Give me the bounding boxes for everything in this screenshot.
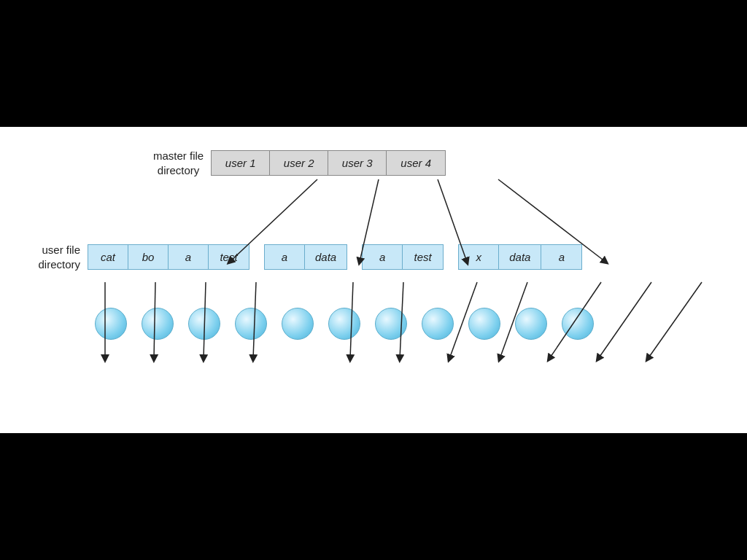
ufd-group-3: a test	[362, 244, 444, 270]
file-ball-9	[468, 308, 500, 340]
ufd-box-data2: data	[499, 245, 541, 269]
mfd-boxes: user 1 user 2 user 3 user 4	[211, 150, 446, 176]
ufd-group-2: a data	[264, 244, 347, 270]
mfd-user4: user 4	[387, 151, 445, 175]
ufd-box-a1: a	[169, 245, 209, 269]
ufd-box-a3: a	[363, 245, 403, 269]
file-ball-4	[235, 308, 267, 340]
ufd-box-a2: a	[265, 245, 305, 269]
svg-line-14	[648, 282, 702, 359]
ufd-section: user filedirectory cat bo a test a data …	[15, 243, 747, 271]
ufd-box-a4: a	[541, 245, 581, 269]
ufd-group-1: cat bo a test	[88, 244, 249, 270]
file-ball-2	[142, 308, 174, 340]
file-ball-1	[95, 308, 127, 340]
ufd-label: user filedirectory	[15, 243, 80, 271]
file-ball-3	[188, 308, 220, 340]
file-ball-11	[562, 308, 594, 340]
ufd-box-test2: test	[403, 245, 443, 269]
file-ball-8	[422, 308, 454, 340]
ufd-box-data1: data	[305, 245, 347, 269]
ufd-box-bo: bo	[128, 245, 169, 269]
svg-line-13	[598, 282, 651, 359]
file-ball-5	[282, 308, 314, 340]
mfd-user3: user 3	[328, 151, 387, 175]
diagram-container: master filedirectory user 1 user 2 user …	[0, 127, 747, 433]
balls-section	[88, 308, 601, 340]
file-ball-6	[328, 308, 360, 340]
ufd-box-cat: cat	[88, 245, 128, 269]
mfd-row: master filedirectory user 1 user 2 user …	[153, 149, 446, 177]
ufd-group-4: x data a	[458, 244, 582, 270]
mfd-label: master filedirectory	[153, 149, 204, 177]
ufd-box-x: x	[459, 245, 499, 269]
ufd-groups: cat bo a test a data a test x data a	[88, 244, 582, 270]
file-ball-7	[375, 308, 407, 340]
mfd-user1: user 1	[212, 151, 270, 175]
ufd-box-test1: test	[209, 245, 249, 269]
mfd-user2: user 2	[270, 151, 328, 175]
file-ball-10	[515, 308, 547, 340]
